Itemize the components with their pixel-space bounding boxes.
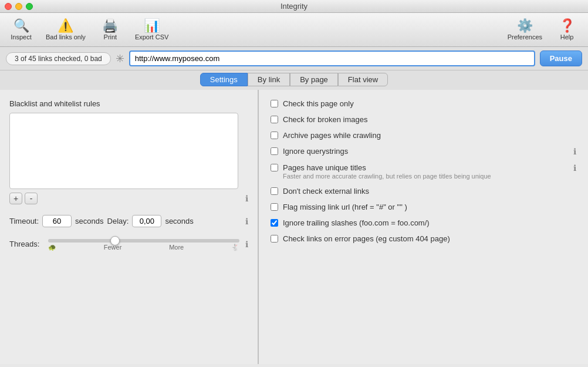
ignore-trailing-label: Ignore trailing slashes (foo.com = foo.c…: [283, 218, 430, 227]
close-button[interactable]: [5, 3, 12, 10]
minimize-button[interactable]: [15, 3, 22, 10]
flag-missing-link-checkbox[interactable]: [271, 203, 278, 211]
export-csv-label: Export CSV: [135, 33, 168, 41]
window-title: Integrity: [281, 2, 307, 11]
toolbar: 🔍 Inspect ⚠️ Bad links only 🖨️ Print 📊 E…: [0, 13, 588, 47]
traffic-lights: [5, 3, 33, 10]
delay-seconds-label: seconds: [165, 217, 193, 225]
threads-row: Threads: 🐢 Fewer More 🐇 ℹ: [9, 237, 248, 251]
ignore-querystrings-row: Ignore querystrings ℹ: [271, 147, 576, 156]
check-broken-images-checkbox[interactable]: [271, 116, 278, 123]
warning-icon: ⚠️: [58, 19, 73, 32]
blacklist-info-icon[interactable]: ℹ: [245, 194, 248, 203]
help-button[interactable]: ❓ Help: [550, 17, 583, 43]
help-label: Help: [560, 33, 574, 41]
pages-unique-titles-checkbox[interactable]: [271, 164, 278, 171]
spinner-icon[interactable]: ✳: [116, 52, 124, 65]
pause-button[interactable]: Pause: [540, 50, 582, 66]
dont-check-external-checkbox[interactable]: [271, 187, 278, 195]
print-label: Print: [104, 33, 117, 41]
tabs-bar: Settings By link By page Flat view: [0, 70, 588, 90]
threads-slider-container: 🐢 Fewer More 🐇: [48, 237, 239, 251]
blacklist-box: [9, 113, 238, 189]
threads-label: Threads:: [9, 240, 45, 248]
archive-pages-checkbox[interactable]: [271, 132, 278, 139]
bad-links-button[interactable]: ⚠️ Bad links only: [40, 17, 92, 43]
remove-rule-button[interactable]: -: [25, 193, 38, 204]
check-error-pages-checkbox[interactable]: [271, 235, 278, 243]
timeout-input[interactable]: [42, 215, 72, 227]
check-this-page-row: Check this page only: [271, 99, 576, 108]
dont-check-external-row: Don't check external links: [271, 187, 576, 196]
inspect-button[interactable]: 🔍 Inspect: [5, 17, 38, 43]
delay-label: Delay:: [107, 217, 129, 225]
timeout-row: Timeout: seconds Delay: seconds ℹ: [9, 215, 248, 227]
tab-settings[interactable]: Settings: [200, 73, 248, 86]
timeout-label: Timeout:: [9, 217, 39, 225]
dont-check-external-label: Don't check external links: [283, 187, 369, 196]
check-this-page-label: Check this page only: [283, 99, 354, 108]
archive-pages-label: Archive pages while crawling: [283, 131, 381, 140]
tab-by-page[interactable]: By page: [290, 73, 338, 86]
seconds-label: seconds: [75, 217, 103, 225]
preferences-button[interactable]: ⚙️ Preferences: [502, 17, 548, 43]
help-icon: ❓: [559, 19, 575, 32]
blacklist-controls: + - ℹ: [9, 193, 248, 204]
status-pill: 3 of 45 links checked, 0 bad: [6, 52, 111, 65]
flag-missing-link-label: Flag missing link url (href = "#" or "" …: [283, 203, 407, 211]
titlebar: Integrity: [0, 0, 588, 13]
left-panel: Blacklist and whitelist rules + - ℹ Time…: [0, 90, 258, 364]
timeout-info-icon[interactable]: ℹ: [245, 217, 248, 226]
check-error-pages-row: Check links on error pages (eg custom 40…: [271, 234, 576, 243]
delay-input[interactable]: [132, 215, 161, 227]
inspect-label: Inspect: [11, 33, 31, 41]
check-broken-images-label: Check for broken images: [283, 115, 368, 124]
archive-pages-row: Archive pages while crawling: [271, 131, 576, 140]
print-icon: 🖨️: [102, 19, 118, 32]
bad-links-label: Bad links only: [46, 33, 86, 41]
flag-missing-link-row: Flag missing link url (href = "#" or "" …: [271, 203, 576, 211]
check-broken-images-row: Check for broken images: [271, 115, 576, 124]
blacklist-title: Blacklist and whitelist rules: [9, 99, 248, 108]
threads-info-icon[interactable]: ℹ: [245, 240, 248, 249]
pages-unique-titles-label: Pages have unique titles: [283, 163, 491, 172]
maximize-button[interactable]: [26, 3, 33, 10]
pages-unique-titles-row: Pages have unique titles Faster and more…: [271, 163, 576, 180]
check-this-page-checkbox[interactable]: [271, 100, 278, 107]
pages-unique-subtext: Faster and more accurate crawling, but r…: [283, 173, 491, 180]
print-button[interactable]: 🖨️ Print: [94, 17, 127, 43]
right-panel: Check this page only Check for broken im…: [259, 90, 588, 364]
ignore-querystrings-label: Ignore querystrings: [283, 147, 348, 156]
add-rule-button[interactable]: +: [9, 193, 22, 204]
preferences-icon: ⚙️: [517, 19, 533, 32]
export-csv-button[interactable]: 📊 Export CSV: [129, 17, 174, 43]
tab-by-link[interactable]: By link: [248, 73, 290, 86]
ignore-querystrings-info-icon[interactable]: ℹ: [573, 147, 576, 156]
urlbar-area: 3 of 45 links checked, 0 bad ✳ Pause: [0, 47, 588, 70]
ignore-trailing-checkbox[interactable]: [271, 219, 278, 227]
toolbar-right: ⚙️ Preferences ❓ Help: [502, 17, 583, 43]
check-error-pages-label: Check links on error pages (eg custom 40…: [283, 234, 450, 243]
inspect-icon: 🔍: [13, 19, 29, 32]
pages-unique-titles-with-info: Pages have unique titles Faster and more…: [283, 163, 576, 180]
ignore-querystrings-checkbox[interactable]: [271, 147, 278, 155]
export-icon: 📊: [144, 19, 160, 32]
preferences-label: Preferences: [508, 33, 542, 41]
main-content: Blacklist and whitelist rules + - ℹ Time…: [0, 90, 588, 364]
threads-slider-track: [48, 239, 239, 243]
tab-flat-view[interactable]: Flat view: [338, 73, 388, 86]
pages-unique-info-icon[interactable]: ℹ: [573, 163, 576, 173]
url-input[interactable]: [129, 50, 535, 66]
pages-unique-text-block: Pages have unique titles Faster and more…: [283, 163, 491, 180]
ignore-trailing-row: Ignore trailing slashes (foo.com = foo.c…: [271, 218, 576, 227]
